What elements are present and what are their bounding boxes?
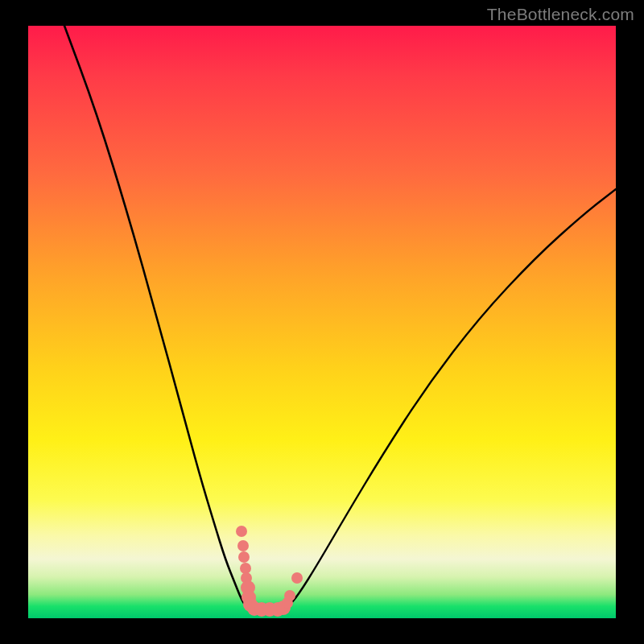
plot-area (28, 26, 616, 618)
chart-frame: TheBottleneck.com (0, 0, 644, 644)
watermark-text: TheBottleneck.com (487, 5, 634, 24)
